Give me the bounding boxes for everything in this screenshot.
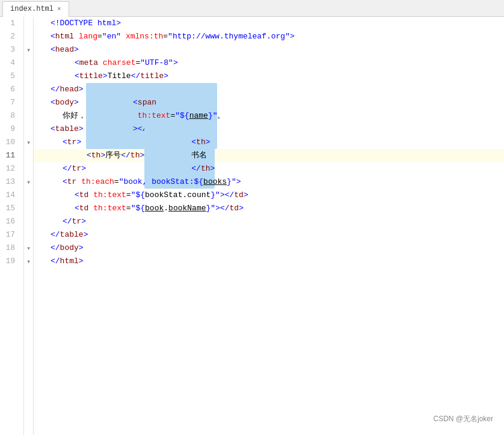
line-num-1: 1 (5, 17, 19, 30)
code-content[interactable]: <!DOCTYPE html> <html lang="en" xmlns:th… (34, 17, 504, 435)
fold-11 (24, 149, 33, 162)
fold-18[interactable]: ▾ (24, 242, 33, 255)
line-num-11: 11 (5, 149, 19, 162)
fold-6 (24, 83, 33, 96)
line-num-15: 15 (5, 202, 19, 215)
fold-15 (24, 202, 33, 215)
fold-3[interactable]: ▾ (24, 43, 33, 56)
line-num-17: 17 (5, 228, 19, 242)
line-num-9: 9 (5, 123, 19, 136)
code-line-1: <!DOCTYPE html> (34, 17, 504, 30)
code-line-8: 你好， <span th:text="${name}" ></span> 。 (34, 109, 504, 123)
line-num-3: 3 (5, 43, 19, 56)
line-num-12: 12 (5, 162, 19, 175)
code-line-3: <head> (34, 43, 504, 56)
code-line-18: </body> (34, 242, 504, 255)
line-num-16: 16 (5, 215, 19, 228)
line-num-4: 4 (5, 56, 19, 70)
fold-gutter: ▾ ▾ ▾ ▾ ▾ (24, 17, 34, 435)
line-num-8: 8 (5, 109, 19, 123)
editor: index.html × 1 2 3 4 5 6 7 8 9 10 11 12 … (0, 0, 504, 435)
fold-4 (24, 56, 33, 70)
fold-13[interactable]: ▾ (24, 175, 33, 189)
code-line-14: <td th:text="${bookStat.count}" ></td> (34, 189, 504, 202)
tab-label: index.html (10, 5, 54, 13)
line-num-18: 18 (5, 242, 19, 255)
line-num-13: 13 (5, 175, 19, 189)
fold-17 (24, 228, 33, 242)
fold-14 (24, 189, 33, 202)
code-line-4: <meta charset="UTF-8" > (34, 56, 504, 70)
fold-19[interactable]: ▾ (24, 255, 33, 268)
watermark: CSDN @无名joker (433, 414, 493, 424)
line-num-7: 7 (5, 96, 19, 109)
code-line-2: <html lang="en" xmlns:th="http://www.thy… (34, 30, 504, 43)
line-num-14: 14 (5, 189, 19, 202)
fold-1 (24, 17, 33, 30)
code-line-15: <td th:text="${book.bookName}" ></td> (34, 202, 504, 215)
fold-10[interactable]: ▾ (24, 136, 33, 149)
code-line-13: <tr th:each="book, bookStat:${books}" > (34, 175, 504, 189)
code-line-12: </tr> (34, 162, 504, 175)
gutter: 1 2 3 4 5 6 7 8 9 10 11 12 13 14 15 16 1… (0, 17, 34, 435)
code-line-19: </html> (34, 255, 504, 268)
line-num-6: 6 (5, 83, 19, 96)
fold-16 (24, 215, 33, 228)
fold-12 (24, 162, 33, 175)
line-numbers: 1 2 3 4 5 6 7 8 9 10 11 12 13 14 15 16 1… (0, 17, 24, 435)
tab-close-button[interactable]: × (57, 5, 61, 13)
line-num-19: 19 (5, 255, 19, 268)
line-num-5: 5 (5, 70, 19, 83)
fold-5 (24, 70, 33, 83)
code-line-5: <title> Title </title> (34, 70, 504, 83)
code-area: 1 2 3 4 5 6 7 8 9 10 11 12 13 14 15 16 1… (0, 17, 504, 435)
line-num-2: 2 (5, 30, 19, 43)
fold-7 (24, 96, 33, 109)
line-num-10: 10 (5, 136, 19, 149)
fold-8 (24, 109, 33, 123)
tab-index-html[interactable]: index.html × (2, 1, 69, 17)
tab-bar: index.html × (0, 0, 504, 17)
code-line-17: </table> (34, 228, 504, 242)
code-line-16: </tr> (34, 215, 504, 228)
fold-9 (24, 123, 33, 136)
fold-2 (24, 30, 33, 43)
code-line-11: <th> 序号 </th> <th> 书名 </th> (34, 149, 504, 162)
